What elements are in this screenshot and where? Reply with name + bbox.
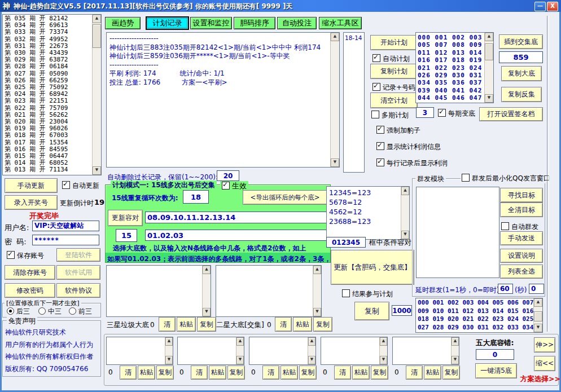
base2-scrollbar[interactable]: ▲▼ xyxy=(236,337,244,364)
result-pool-row[interactable]: 027 028 029 030 031 032 033 034 035 xyxy=(418,324,532,332)
scroll-down-icon[interactable]: ▼ xyxy=(534,324,542,332)
base1-paste-button[interactable]: 粘贴 xyxy=(138,365,155,380)
number-pool-row[interactable]: 039 040 041 042 043 xyxy=(418,87,483,94)
scroll-down-icon[interactable]: ▼ xyxy=(331,158,339,167)
scroll-down-icon[interactable]: ▼ xyxy=(203,308,211,316)
base2-copy-button[interactable]: 复制 xyxy=(227,365,245,380)
result-pool-listbox[interactable]: 000 001 002 003 004 005 006 007 008009 0… xyxy=(415,298,543,333)
base1-copy-button[interactable]: 复制 xyxy=(156,365,174,380)
clear-five-bases-button[interactable]: 一键清5底 xyxy=(475,363,517,378)
checkbox-icon[interactable] xyxy=(501,222,509,230)
base-panel-1[interactable]: ▲▼ xyxy=(106,337,173,365)
result-pool-row[interactable]: 018 019 020 021 022 023 024 025 026 xyxy=(418,315,532,324)
scroll-up-icon[interactable]: ▲ xyxy=(534,298,542,307)
base3-paste-button[interactable]: 粘贴 xyxy=(280,365,298,380)
checkbox-icon[interactable] xyxy=(372,54,380,62)
three-star-scrollbar[interactable]: ▲▼ xyxy=(202,266,211,316)
broadcast-target-listbox[interactable] xyxy=(416,187,499,278)
two-star-paste-button[interactable]: 粘贴 xyxy=(293,317,312,332)
three-star-base-textarea[interactable]: ▲▼ xyxy=(106,265,211,317)
base5-clear-button[interactable]: 清 xyxy=(406,365,423,380)
checkbox-icon[interactable] xyxy=(376,126,384,134)
two-star-clear-button[interactable]: 清 xyxy=(275,317,292,332)
scroll-up-icon[interactable]: ▲ xyxy=(485,33,493,41)
tab-shrink-tools[interactable]: 缩水工具区 xyxy=(319,17,362,29)
number-pool-row[interactable]: 021 022 023 024 025 xyxy=(418,64,483,72)
scheme-select-link[interactable]: 方案选择>> xyxy=(520,375,560,384)
number-pool-row[interactable]: 005 007 008 009 010 xyxy=(418,41,483,49)
three-star-paste-button[interactable]: 粘贴 xyxy=(177,317,196,332)
change-password-button[interactable]: 修改密码 xyxy=(5,283,55,298)
base5-copy-button[interactable]: 复制 xyxy=(442,365,460,380)
save-account-checkbox[interactable]: 保存账号 xyxy=(7,251,44,261)
copy-inverse-button[interactable]: 复制反集 xyxy=(501,87,542,102)
auto-update-checkbox[interactable]: 自动更新 xyxy=(62,181,99,191)
number-pool-row[interactable]: 000 001 002 003 004 xyxy=(418,34,483,41)
tab-draw-trend[interactable]: 画趋势 xyxy=(105,17,141,29)
number-pool-row[interactable]: 044 045 046 047 048 xyxy=(418,94,483,102)
number-pool-row[interactable]: 026 029 030 031 032 xyxy=(418,72,483,79)
radio-front3[interactable]: 前三 xyxy=(69,307,92,316)
loop-count-field[interactable]: 18 xyxy=(183,190,209,204)
history-row[interactable]: 第 028 期 开 06184 xyxy=(5,63,90,70)
scroll-up-icon[interactable]: ▲ xyxy=(203,266,211,274)
pair-lines-field[interactable]: 08.09.10.11.12.13.14 xyxy=(145,212,327,223)
number-pool-row[interactable]: 011 012 013 014 015 xyxy=(418,49,483,56)
number-pool-row[interactable]: 016 017 018 019 020 xyxy=(418,56,483,64)
scroll-down-icon[interactable]: ▼ xyxy=(380,356,387,364)
scroll-thumb[interactable] xyxy=(93,24,101,48)
enter-draw-number-button[interactable]: 录入开奖号 xyxy=(5,195,58,210)
login-button[interactable]: 登陆软件 xyxy=(56,248,100,262)
scroll-thumb[interactable] xyxy=(485,43,493,60)
minimize-qq-checkbox[interactable]: 群发后最小化QQ发言窗口 xyxy=(461,174,551,183)
clear-plan-button[interactable]: 清空计划 xyxy=(370,93,418,108)
radio-mid3[interactable]: 中三 xyxy=(38,307,62,316)
insert-to-intersection-button[interactable]: 插到交集底 xyxy=(499,34,543,49)
scroll-down-icon[interactable]: ▼ xyxy=(308,356,315,364)
history-row[interactable]: 第 022 期 开 75709 xyxy=(5,105,90,112)
scroll-down-icon[interactable]: ▼ xyxy=(485,94,493,103)
history-row[interactable]: 第 023 期 开 22151 xyxy=(5,98,90,104)
base3-scrollbar[interactable]: ▲▼ xyxy=(308,337,315,364)
condition-listbox[interactable]: 12345=1235678=124562=1223688=123 ▲▼ xyxy=(326,186,410,240)
line-count-field[interactable]: 15 xyxy=(116,229,137,242)
checkbox-icon[interactable] xyxy=(376,158,384,166)
history-row[interactable]: 第 027 期 开 05090 xyxy=(5,71,90,77)
radio-icon[interactable] xyxy=(69,307,76,315)
scroll-up-icon[interactable]: ▲ xyxy=(313,266,321,274)
tab-danma-sort[interactable]: 胆码排序 xyxy=(234,17,275,29)
password-field[interactable]: ****** xyxy=(32,235,99,245)
three-star-copy-button[interactable]: 复制 xyxy=(197,317,216,332)
select-all-button[interactable]: 列表全选 xyxy=(500,265,543,279)
base-panel-2[interactable]: ▲▼ xyxy=(177,337,244,365)
radio-back3[interactable]: 后三 xyxy=(7,307,30,316)
software-trial-button[interactable]: 软件试用 xyxy=(56,265,100,280)
scroll-down-icon[interactable]: ▼ xyxy=(452,356,459,364)
force-leopard-checkbox[interactable]: 强制加豹子 xyxy=(376,126,420,135)
auto-send-checkbox[interactable]: 自动群发 xyxy=(501,222,538,232)
auto-plan-checkbox[interactable]: 自动计划 xyxy=(372,54,410,64)
scroll-up-icon[interactable]: ▲ xyxy=(452,337,459,346)
history-row[interactable]: 第 018 期 开 67003 xyxy=(5,132,90,139)
number-pool-scrollbar[interactable]: ▲▼ xyxy=(484,33,493,103)
update-pair-button[interactable]: 更新容对 xyxy=(108,210,143,226)
base1-clear-button[interactable]: 清 xyxy=(120,365,137,380)
condition-box-field[interactable]: 012345 xyxy=(326,237,366,248)
plan-log-textarea[interactable]: --------------------神仙计划后三883注035期开82142… xyxy=(106,32,340,168)
hit-lines-field[interactable]: 01.02.03 xyxy=(145,230,327,241)
tab-settings-monitor[interactable]: 设置和监控 xyxy=(190,17,232,29)
copy-plan-button[interactable]: 复制计划 xyxy=(370,64,418,79)
condition-scrollbar[interactable]: ▲▼ xyxy=(401,187,409,239)
username-field[interactable]: VIP:天空破解站 xyxy=(32,221,99,231)
plan-log-scrollbar[interactable]: ▲▼ xyxy=(330,33,339,167)
expand-button[interactable]: 伸>> xyxy=(534,337,555,353)
clear-target-button[interactable]: 全清目标 xyxy=(500,202,543,217)
base4-scrollbar[interactable]: ▲▼ xyxy=(379,337,387,364)
result-pool-scrollbar[interactable]: ▲▼ xyxy=(533,298,542,332)
history-row[interactable]: 第 033 期 开 73374 xyxy=(5,29,90,36)
checkbox-icon[interactable] xyxy=(222,182,230,190)
base2-paste-button[interactable]: 粘贴 xyxy=(209,365,226,380)
two-star-base-textarea[interactable]: ▲▼ xyxy=(216,265,322,317)
copy-count-field[interactable]: 1000 xyxy=(392,305,412,316)
copy-base-button[interactable]: 复制大底 xyxy=(501,66,542,81)
